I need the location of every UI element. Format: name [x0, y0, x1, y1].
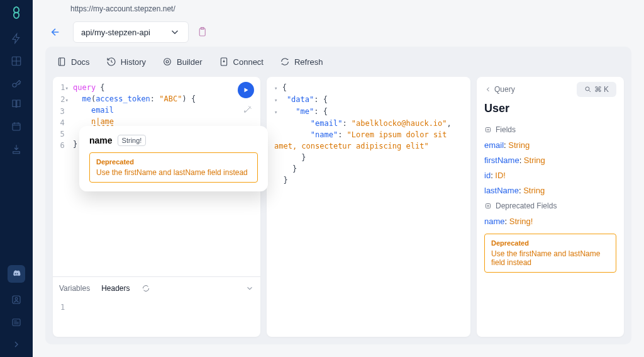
field-row[interactable]: id: ID!	[484, 171, 616, 180]
autocomplete-field-type: String!	[118, 135, 147, 146]
field-row[interactable]: firstName: String	[484, 156, 616, 165]
headers-tab[interactable]: Headers	[101, 284, 130, 293]
bolt-icon[interactable]	[11, 33, 22, 44]
expand-sidebar-icon[interactable]	[11, 339, 21, 349]
endpoint-name: api/my-stepzen-api	[81, 28, 150, 37]
book-icon[interactable]	[11, 98, 22, 110]
top-bar: api/my-stepzen-api	[33, 18, 644, 47]
main-area: https://my-account.stepzen.net/ api/my-s…	[33, 0, 644, 357]
result-pane: ▾ { ▾ "data": { ▾ "me": { "email": "abel…	[267, 77, 470, 337]
svg-point-9	[166, 60, 169, 63]
news-icon[interactable]	[11, 317, 22, 328]
chevron-down-icon	[169, 26, 180, 38]
variables-tab[interactable]: Variables	[59, 284, 90, 293]
field-row[interactable]: lastName: String	[484, 186, 616, 195]
docs-pane: Query ⌘ K User Fields email: String	[477, 77, 624, 337]
logo-icon[interactable]	[8, 4, 25, 21]
endpoint-selector[interactable]: api/my-stepzen-api	[73, 21, 189, 43]
docs-button[interactable]: Docs	[57, 57, 90, 67]
builder-button[interactable]: Builder	[162, 57, 202, 67]
variables-tab-bar: Variables Headers	[53, 276, 260, 299]
run-button[interactable]	[238, 82, 254, 98]
refresh-vars-icon[interactable]	[142, 284, 150, 293]
workspace: Docs History Builder Connect Refresh	[45, 47, 631, 344]
fields-section-header[interactable]: Fields	[477, 122, 624, 138]
svg-rect-2	[13, 123, 20, 130]
clipboard-icon[interactable]	[196, 26, 208, 38]
download-icon[interactable]	[11, 144, 22, 155]
expand-vars-icon[interactable]	[245, 284, 254, 293]
app-sidebar	[0, 0, 33, 357]
deprecated-fields-list: name: String!	[477, 214, 624, 229]
history-button[interactable]: History	[106, 57, 146, 67]
refresh-button[interactable]: Refresh	[280, 57, 323, 67]
field-row[interactable]: name: String!	[484, 217, 616, 226]
svg-point-1	[13, 83, 16, 87]
prettify-icon[interactable]	[243, 105, 253, 115]
svg-rect-7	[58, 58, 64, 65]
connect-button[interactable]: Connect	[219, 57, 264, 67]
nav-group-bottom	[8, 265, 25, 328]
doc-deprecation-box: Deprecated Use the firstName and lastNam…	[484, 234, 616, 273]
editor-gutter: 1▾ 2▾ 3 4 5 6	[55, 82, 69, 271]
url-bar: https://my-account.stepzen.net/	[33, 0, 644, 18]
doc-type-title: User	[477, 102, 624, 122]
discord-icon[interactable]	[8, 265, 25, 283]
query-editor-pane: 1▾ 2▾ 3 4 5 6 query { me(access_token: "…	[53, 77, 260, 337]
autocomplete-tooltip: name String! Deprecated Use the firstNam…	[79, 126, 268, 191]
svg-point-11	[586, 87, 589, 91]
search-shortcut[interactable]: ⌘ K	[577, 82, 616, 97]
deprecated-fields-section-header[interactable]: Deprecated Fields	[477, 198, 624, 214]
grid-icon[interactable]	[11, 55, 22, 67]
fields-list: email: String firstName: String id: ID! …	[477, 138, 624, 198]
key-icon[interactable]	[11, 78, 22, 89]
calendar-icon[interactable]	[11, 121, 22, 132]
docs-back-button[interactable]: Query	[484, 85, 515, 94]
variables-editor[interactable]: 1	[53, 299, 260, 337]
field-row[interactable]: email: String	[484, 140, 616, 150]
json-result[interactable]: ▾ { ▾ "data": { ▾ "me": { "email": "abel…	[267, 77, 470, 191]
autocomplete-deprecation-box: Deprecated Use the firstName and lastNam…	[89, 152, 258, 183]
svg-point-4	[15, 298, 18, 300]
nav-group-top	[11, 33, 22, 89]
help-icon[interactable]	[11, 294, 22, 305]
autocomplete-field-name: name	[89, 135, 113, 145]
back-button[interactable]	[45, 22, 65, 42]
svg-point-8	[164, 59, 171, 65]
toolbar: Docs History Builder Connect Refresh	[45, 47, 631, 77]
nav-group-middle	[11, 98, 22, 155]
